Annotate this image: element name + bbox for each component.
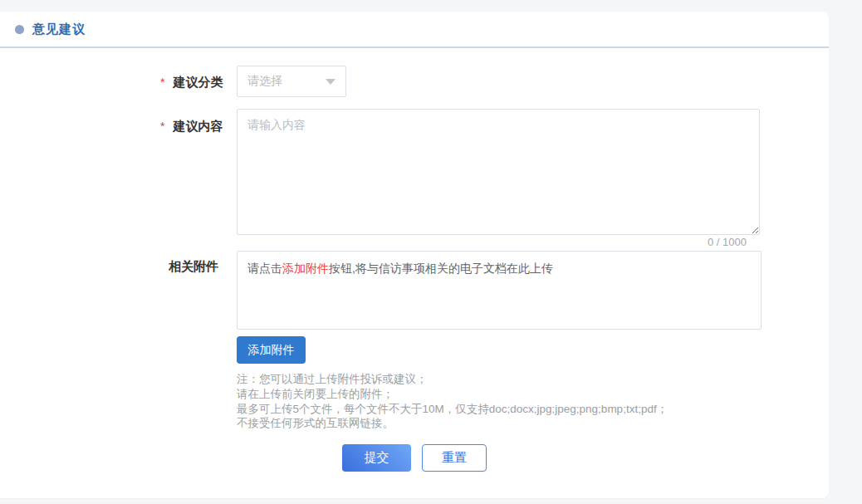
required-asterisk: *	[160, 120, 164, 133]
section-dot-icon	[15, 25, 24, 34]
suggestion-form: *建议分类 请选择 *建议内容 0 / 1000 相关附件 请点击添加附件按钮	[0, 48, 829, 431]
upload-note-line: 最多可上传5个文件，每个文件不大于10M，仅支持doc;docx;jpg;jpe…	[237, 402, 762, 417]
attachment-drop-area: 请点击添加附件按钮,将与信访事项相关的电子文档在此上传	[237, 251, 762, 330]
reset-button[interactable]: 重置	[422, 444, 487, 472]
attachment-field-wrap: 请点击添加附件按钮,将与信访事项相关的电子文档在此上传 添加附件 注：您可以通过…	[237, 251, 762, 431]
section-header: 意见建议	[0, 12, 829, 48]
category-select[interactable]: 请选择	[237, 66, 346, 97]
upload-note-line: 注：您可以通过上传附件投诉或建议；	[237, 372, 762, 387]
attachment-label: 相关附件	[160, 251, 237, 431]
content-label-text: 建议内容	[173, 119, 223, 133]
char-counter: 0 / 1000	[237, 235, 760, 249]
content-field-wrap: 0 / 1000	[237, 109, 760, 249]
page-title: 意见建议	[32, 22, 86, 37]
category-label-text: 建议分类	[173, 75, 223, 89]
attachment-row: 相关附件 请点击添加附件按钮,将与信访事项相关的电子文档在此上传 添加附件 注：…	[160, 251, 829, 431]
category-label: *建议分类	[160, 66, 237, 97]
upload-note-line: 请在上传前关闭要上传的附件；	[237, 387, 762, 402]
submit-button[interactable]: 提交	[342, 444, 411, 472]
content-panel: 意见建议 *建议分类 请选择 *建议内容 0 / 1000 相关附件	[0, 12, 829, 498]
attachment-hint-highlight: 添加附件	[282, 262, 329, 275]
form-actions: 提交 重置	[0, 444, 829, 472]
upload-note-line: 不接受任何形式的互联网链接。	[237, 416, 762, 431]
content-row: *建议内容 0 / 1000	[160, 109, 829, 249]
add-attachment-button[interactable]: 添加附件	[237, 336, 306, 364]
content-label: *建议内容	[160, 109, 237, 249]
category-row: *建议分类 请选择	[160, 66, 829, 97]
attachment-label-text: 相关附件	[169, 259, 218, 273]
required-asterisk: *	[160, 76, 164, 89]
content-textarea[interactable]	[237, 109, 760, 235]
chevron-down-icon	[326, 79, 335, 85]
upload-notes: 注：您可以通过上传附件投诉或建议； 请在上传前关闭要上传的附件； 最多可上传5个…	[237, 372, 762, 431]
attachment-hint-suffix: 按钮,将与信访事项相关的电子文档在此上传	[329, 262, 553, 275]
attachment-hint-prefix: 请点击	[247, 262, 282, 275]
category-select-value: 请选择	[247, 74, 326, 89]
